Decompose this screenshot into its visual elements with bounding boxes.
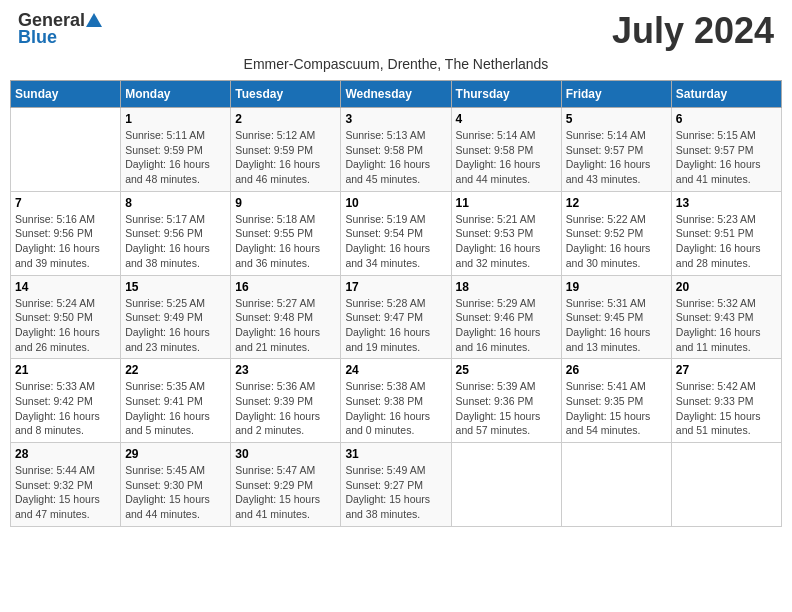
day-header-friday: Friday (561, 81, 671, 108)
calendar-cell: 23Sunrise: 5:36 AM Sunset: 9:39 PM Dayli… (231, 359, 341, 443)
calendar-cell: 31Sunrise: 5:49 AM Sunset: 9:27 PM Dayli… (341, 443, 451, 527)
day-info: Sunrise: 5:15 AM Sunset: 9:57 PM Dayligh… (676, 128, 777, 187)
day-info: Sunrise: 5:35 AM Sunset: 9:41 PM Dayligh… (125, 379, 226, 438)
day-number: 30 (235, 447, 336, 461)
day-number: 4 (456, 112, 557, 126)
calendar-cell: 7Sunrise: 5:16 AM Sunset: 9:56 PM Daylig… (11, 191, 121, 275)
day-header-wednesday: Wednesday (341, 81, 451, 108)
day-info: Sunrise: 5:22 AM Sunset: 9:52 PM Dayligh… (566, 212, 667, 271)
day-info: Sunrise: 5:19 AM Sunset: 9:54 PM Dayligh… (345, 212, 446, 271)
day-info: Sunrise: 5:21 AM Sunset: 9:53 PM Dayligh… (456, 212, 557, 271)
day-header-tuesday: Tuesday (231, 81, 341, 108)
day-info: Sunrise: 5:32 AM Sunset: 9:43 PM Dayligh… (676, 296, 777, 355)
calendar-cell (671, 443, 781, 527)
day-info: Sunrise: 5:31 AM Sunset: 9:45 PM Dayligh… (566, 296, 667, 355)
day-info: Sunrise: 5:41 AM Sunset: 9:35 PM Dayligh… (566, 379, 667, 438)
calendar-cell: 17Sunrise: 5:28 AM Sunset: 9:47 PM Dayli… (341, 275, 451, 359)
calendar-cell: 25Sunrise: 5:39 AM Sunset: 9:36 PM Dayli… (451, 359, 561, 443)
calendar-cell (561, 443, 671, 527)
day-number: 12 (566, 196, 667, 210)
calendar-cell: 13Sunrise: 5:23 AM Sunset: 9:51 PM Dayli… (671, 191, 781, 275)
logo-blue-text: Blue (18, 27, 57, 48)
day-info: Sunrise: 5:16 AM Sunset: 9:56 PM Dayligh… (15, 212, 116, 271)
calendar-cell: 14Sunrise: 5:24 AM Sunset: 9:50 PM Dayli… (11, 275, 121, 359)
calendar-cell: 18Sunrise: 5:29 AM Sunset: 9:46 PM Dayli… (451, 275, 561, 359)
day-info: Sunrise: 5:45 AM Sunset: 9:30 PM Dayligh… (125, 463, 226, 522)
day-header-monday: Monday (121, 81, 231, 108)
calendar-cell: 20Sunrise: 5:32 AM Sunset: 9:43 PM Dayli… (671, 275, 781, 359)
day-number: 20 (676, 280, 777, 294)
day-info: Sunrise: 5:17 AM Sunset: 9:56 PM Dayligh… (125, 212, 226, 271)
day-info: Sunrise: 5:33 AM Sunset: 9:42 PM Dayligh… (15, 379, 116, 438)
day-number: 19 (566, 280, 667, 294)
calendar-cell (11, 108, 121, 192)
day-info: Sunrise: 5:42 AM Sunset: 9:33 PM Dayligh… (676, 379, 777, 438)
day-info: Sunrise: 5:23 AM Sunset: 9:51 PM Dayligh… (676, 212, 777, 271)
day-info: Sunrise: 5:29 AM Sunset: 9:46 PM Dayligh… (456, 296, 557, 355)
calendar-cell (451, 443, 561, 527)
calendar-table: SundayMondayTuesdayWednesdayThursdayFrid… (10, 80, 782, 527)
calendar-cell: 5Sunrise: 5:14 AM Sunset: 9:57 PM Daylig… (561, 108, 671, 192)
day-number: 11 (456, 196, 557, 210)
day-number: 14 (15, 280, 116, 294)
month-title: July 2024 (612, 10, 774, 52)
day-info: Sunrise: 5:47 AM Sunset: 9:29 PM Dayligh… (235, 463, 336, 522)
day-info: Sunrise: 5:18 AM Sunset: 9:55 PM Dayligh… (235, 212, 336, 271)
calendar-cell: 12Sunrise: 5:22 AM Sunset: 9:52 PM Dayli… (561, 191, 671, 275)
day-number: 3 (345, 112, 446, 126)
day-number: 5 (566, 112, 667, 126)
day-header-saturday: Saturday (671, 81, 781, 108)
day-number: 31 (345, 447, 446, 461)
svg-marker-0 (86, 13, 102, 27)
calendar-cell: 29Sunrise: 5:45 AM Sunset: 9:30 PM Dayli… (121, 443, 231, 527)
day-number: 6 (676, 112, 777, 126)
day-number: 27 (676, 363, 777, 377)
day-number: 15 (125, 280, 226, 294)
calendar-cell: 3Sunrise: 5:13 AM Sunset: 9:58 PM Daylig… (341, 108, 451, 192)
page-header: General Blue July 2024 (10, 10, 782, 52)
calendar-cell: 28Sunrise: 5:44 AM Sunset: 9:32 PM Dayli… (11, 443, 121, 527)
day-info: Sunrise: 5:36 AM Sunset: 9:39 PM Dayligh… (235, 379, 336, 438)
calendar-cell: 9Sunrise: 5:18 AM Sunset: 9:55 PM Daylig… (231, 191, 341, 275)
day-header-sunday: Sunday (11, 81, 121, 108)
day-number: 7 (15, 196, 116, 210)
day-number: 8 (125, 196, 226, 210)
day-info: Sunrise: 5:49 AM Sunset: 9:27 PM Dayligh… (345, 463, 446, 522)
day-number: 25 (456, 363, 557, 377)
day-number: 24 (345, 363, 446, 377)
day-info: Sunrise: 5:44 AM Sunset: 9:32 PM Dayligh… (15, 463, 116, 522)
day-number: 29 (125, 447, 226, 461)
day-number: 9 (235, 196, 336, 210)
calendar-cell: 1Sunrise: 5:11 AM Sunset: 9:59 PM Daylig… (121, 108, 231, 192)
subtitle: Emmer-Compascuum, Drenthe, The Netherlan… (10, 56, 782, 72)
calendar-cell: 16Sunrise: 5:27 AM Sunset: 9:48 PM Dayli… (231, 275, 341, 359)
calendar-cell: 11Sunrise: 5:21 AM Sunset: 9:53 PM Dayli… (451, 191, 561, 275)
calendar-cell: 21Sunrise: 5:33 AM Sunset: 9:42 PM Dayli… (11, 359, 121, 443)
day-number: 23 (235, 363, 336, 377)
day-number: 28 (15, 447, 116, 461)
day-number: 16 (235, 280, 336, 294)
calendar-cell: 10Sunrise: 5:19 AM Sunset: 9:54 PM Dayli… (341, 191, 451, 275)
calendar-cell: 26Sunrise: 5:41 AM Sunset: 9:35 PM Dayli… (561, 359, 671, 443)
day-info: Sunrise: 5:24 AM Sunset: 9:50 PM Dayligh… (15, 296, 116, 355)
day-number: 10 (345, 196, 446, 210)
calendar-cell: 24Sunrise: 5:38 AM Sunset: 9:38 PM Dayli… (341, 359, 451, 443)
logo: General Blue (18, 10, 102, 48)
calendar-cell: 4Sunrise: 5:14 AM Sunset: 9:58 PM Daylig… (451, 108, 561, 192)
calendar-cell: 8Sunrise: 5:17 AM Sunset: 9:56 PM Daylig… (121, 191, 231, 275)
day-number: 26 (566, 363, 667, 377)
day-info: Sunrise: 5:38 AM Sunset: 9:38 PM Dayligh… (345, 379, 446, 438)
day-header-thursday: Thursday (451, 81, 561, 108)
day-number: 21 (15, 363, 116, 377)
day-info: Sunrise: 5:39 AM Sunset: 9:36 PM Dayligh… (456, 379, 557, 438)
day-info: Sunrise: 5:27 AM Sunset: 9:48 PM Dayligh… (235, 296, 336, 355)
day-info: Sunrise: 5:25 AM Sunset: 9:49 PM Dayligh… (125, 296, 226, 355)
day-number: 17 (345, 280, 446, 294)
calendar-cell: 2Sunrise: 5:12 AM Sunset: 9:59 PM Daylig… (231, 108, 341, 192)
calendar-cell: 15Sunrise: 5:25 AM Sunset: 9:49 PM Dayli… (121, 275, 231, 359)
calendar-cell: 27Sunrise: 5:42 AM Sunset: 9:33 PM Dayli… (671, 359, 781, 443)
logo-triangle-icon (86, 13, 102, 29)
day-info: Sunrise: 5:14 AM Sunset: 9:57 PM Dayligh… (566, 128, 667, 187)
day-number: 2 (235, 112, 336, 126)
day-number: 22 (125, 363, 226, 377)
